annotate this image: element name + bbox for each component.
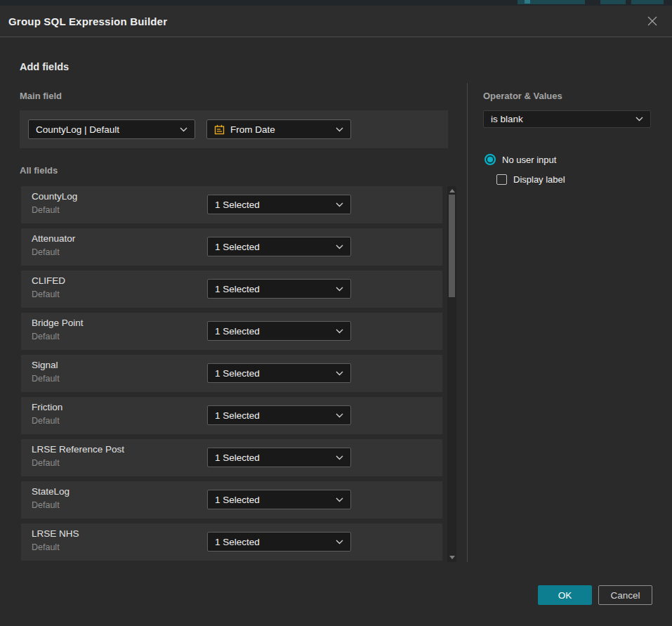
group-sql-expression-builder-dialog: Group SQL Expression Builder Add fields …	[0, 0, 672, 626]
main-field-label: Main field	[20, 91, 62, 101]
checkbox-unchecked-icon	[496, 174, 507, 185]
radio-selected-icon	[485, 154, 496, 165]
chevron-down-icon	[336, 455, 343, 460]
chevron-down-icon	[336, 540, 343, 545]
field-selected-dropdown[interactable]: 1 Selected	[207, 279, 351, 299]
field-alias: Default	[32, 500, 60, 510]
background-fragment	[600, 0, 626, 4]
main-field-source-dropdown[interactable]: CountyLog | Default	[28, 119, 195, 139]
field-name: Bridge Point	[32, 318, 84, 328]
field-name: Attenuator	[32, 233, 75, 244]
field-selected-value: 1 Selected	[215, 537, 330, 547]
field-selected-dropdown[interactable]: 1 Selected	[207, 448, 351, 467]
field-selected-value: 1 Selected	[215, 495, 330, 505]
background-fragment	[525, 0, 530, 4]
field-selected-dropdown[interactable]: 1 Selected	[207, 363, 351, 383]
chevron-down-icon	[635, 117, 643, 122]
operator-dropdown[interactable]: is blank	[483, 110, 651, 128]
main-field-field-dropdown[interactable]: From Date	[206, 119, 351, 139]
operator-values-heading: Operator & Values	[483, 91, 562, 101]
close-icon[interactable]	[638, 7, 666, 35]
field-selected-value: 1 Selected	[215, 284, 330, 294]
all-fields-label: All fields	[20, 165, 58, 176]
chevron-down-icon	[336, 413, 343, 418]
chevron-down-icon	[336, 244, 343, 249]
field-selected-dropdown[interactable]: 1 Selected	[207, 405, 351, 425]
field-row: CLIFED Default 1 Selected	[21, 270, 442, 308]
field-row: Friction Default 1 Selected	[21, 397, 442, 434]
field-selected-dropdown[interactable]: 1 Selected	[207, 321, 351, 341]
chevron-down-icon	[336, 329, 343, 334]
dialog-title: Group SQL Expression Builder	[8, 15, 167, 27]
add-fields-heading: Add fields	[20, 61, 69, 72]
chevron-down-icon	[336, 127, 343, 132]
calendar-icon	[214, 124, 225, 135]
main-field-field-value: From Date	[230, 124, 330, 135]
dialog-titlebar: Group SQL Expression Builder	[0, 6, 672, 37]
field-row: CountyLog Default 1 Selected	[21, 186, 442, 223]
field-row: Signal Default 1 Selected	[21, 355, 442, 392]
field-selected-value: 1 Selected	[215, 452, 330, 463]
chevron-down-icon	[336, 202, 343, 207]
field-selected-value: 1 Selected	[215, 200, 330, 210]
scroll-up-icon[interactable]	[449, 189, 455, 193]
main-field-source-value: CountyLog | Default	[36, 124, 174, 135]
field-selected-value: 1 Selected	[215, 326, 330, 337]
field-selected-dropdown[interactable]: 1 Selected	[207, 532, 351, 552]
field-name: LRSE NHS	[32, 528, 79, 539]
field-name: StateLog	[32, 486, 70, 497]
field-alias: Default	[32, 289, 60, 299]
field-name: CLIFED	[32, 275, 65, 286]
field-row: Bridge Point Default 1 Selected	[21, 313, 442, 350]
field-alias: Default	[32, 332, 60, 341]
field-selected-dropdown[interactable]: 1 Selected	[207, 237, 351, 256]
field-name: CountyLog	[32, 191, 77, 202]
cancel-button[interactable]: Cancel	[598, 585, 652, 605]
chevron-down-icon	[336, 497, 343, 502]
field-selected-value: 1 Selected	[215, 368, 330, 379]
display-label-checkbox[interactable]: Display label	[496, 174, 565, 185]
chevron-down-icon	[336, 371, 343, 376]
field-row: StateLog Default 1 Selected	[21, 481, 442, 519]
scroll-down-icon[interactable]	[449, 556, 455, 559]
field-alias: Default	[32, 205, 60, 215]
list-scrollbar[interactable]	[447, 186, 456, 562]
field-selected-value: 1 Selected	[215, 242, 330, 252]
all-fields-list: CountyLog Default 1 Selected Attenuator …	[21, 186, 442, 561]
field-row: LRSE Reference Post Default 1 Selected	[21, 439, 442, 476]
field-name: Friction	[32, 402, 62, 412]
ok-button[interactable]: OK	[538, 585, 592, 605]
display-label-label: Display label	[513, 174, 565, 185]
field-selected-dropdown[interactable]: 1 Selected	[207, 195, 351, 214]
field-name: LRSE Reference Post	[32, 444, 124, 455]
field-name: Signal	[32, 360, 58, 370]
chevron-down-icon	[180, 127, 187, 132]
field-alias: Default	[32, 374, 60, 384]
field-selected-value: 1 Selected	[215, 410, 330, 421]
field-selected-dropdown[interactable]: 1 Selected	[207, 490, 351, 509]
field-alias: Default	[32, 416, 60, 426]
no-user-input-label: No user input	[502, 155, 556, 165]
field-alias: Default	[32, 247, 60, 257]
background-app-strip	[0, 0, 672, 6]
field-row: LRSE NHS Default 1 Selected	[21, 523, 442, 561]
chevron-down-icon	[336, 287, 343, 292]
main-field-panel: CountyLog | Default From Date	[20, 110, 448, 148]
no-user-input-radio[interactable]: No user input	[485, 154, 556, 165]
operator-value: is blank	[491, 114, 630, 124]
field-row: Attenuator Default 1 Selected	[21, 228, 442, 266]
scrollbar-thumb[interactable]	[449, 195, 455, 297]
field-alias: Default	[32, 458, 60, 468]
background-fragment	[631, 0, 664, 4]
field-alias: Default	[32, 542, 60, 552]
panel-divider	[467, 83, 468, 562]
